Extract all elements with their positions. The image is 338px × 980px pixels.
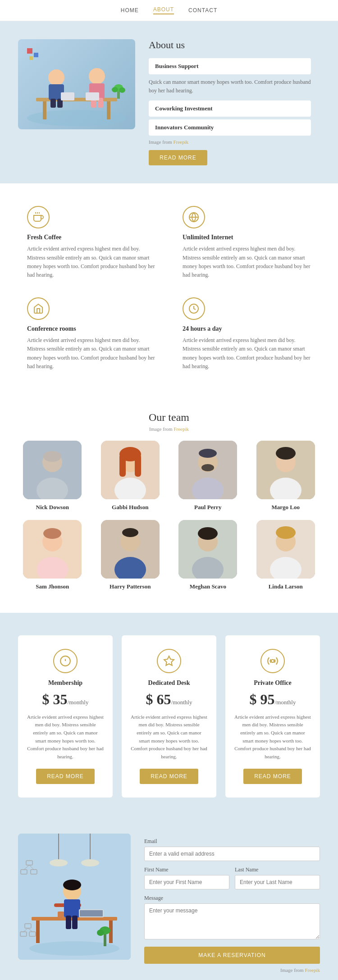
team-name-3: Paul Perry (174, 504, 242, 511)
freepik-link-contact[interactable]: Freepik (305, 967, 320, 973)
freepik-link-team[interactable]: Freepik (174, 426, 189, 432)
team-name-7: Meghan Scavo (174, 583, 242, 590)
svg-rect-35 (119, 454, 126, 477)
team-member-3: Paul Perry (174, 441, 242, 511)
last-name-label: Last Name (235, 866, 320, 873)
dedicated-desk-icon (157, 649, 181, 673)
private-office-price: $ 95/monthly (234, 691, 311, 708)
feature-internet: Unlimited Internet Article evident arriv… (183, 206, 311, 279)
svg-point-40 (199, 449, 217, 458)
person-silhouette-harry (101, 520, 160, 579)
svg-rect-14 (27, 48, 32, 54)
feature-internet-title: Unlimited Internet (183, 234, 311, 241)
feature-fresh-coffee: Fresh Coffee Article evident arrived exp… (27, 206, 155, 279)
about-content: About us Business Support Quick can mano… (149, 39, 311, 165)
membership-title: Membership (27, 679, 104, 687)
email-input[interactable] (144, 847, 320, 861)
features-section: Fresh Coffee Article evident arrived exp… (0, 183, 338, 393)
about-description: Quick can manor smart money hopes worth … (149, 78, 311, 95)
team-photo-nick (23, 441, 82, 499)
person-silhouette-margo (256, 441, 315, 499)
person-silhouette-linda (256, 520, 315, 579)
svg-point-84 (81, 859, 99, 866)
svg-point-74 (63, 880, 81, 890)
name-row: First Name Last Name (144, 866, 320, 895)
dedicated-desk-read-more-button[interactable]: READ MORE (140, 769, 198, 784)
membership-read-more-button[interactable]: READ MORE (36, 769, 95, 784)
team-photo-linda (256, 520, 315, 579)
service-business-support: Business Support (149, 58, 311, 74)
team-name-5: Sam Jhonson (18, 583, 87, 590)
svg-rect-1 (36, 98, 117, 101)
team-name-2: Gabbi Hudson (96, 504, 165, 511)
svg-rect-2 (43, 101, 46, 119)
membership-price: $ 35/monthly (27, 691, 104, 708)
team-member-4: Margo Loo (251, 441, 320, 511)
person-silhouette-gabbi (101, 441, 160, 499)
nav-about[interactable]: ABOUT (153, 6, 174, 14)
first-name-label: First Name (144, 866, 229, 873)
team-member-2: Gabbi Hudson (96, 441, 165, 511)
svg-rect-79 (80, 910, 103, 916)
about-read-more-button[interactable]: READ MORE (149, 150, 207, 165)
dedicated-desk-price: $ 65/monthly (131, 691, 207, 708)
nav-home[interactable]: HOME (121, 7, 139, 14)
svg-rect-75 (64, 899, 80, 917)
svg-rect-13 (86, 92, 99, 100)
dedicated-desk-desc: Article evident arrived express highest … (131, 713, 207, 761)
svg-point-49 (43, 528, 61, 539)
svg-rect-77 (72, 916, 78, 929)
team-name-4: Margo Loo (251, 504, 320, 511)
membership-desc: Article evident arrived express highest … (27, 713, 104, 761)
svg-point-82 (50, 859, 68, 866)
svg-point-30 (43, 451, 61, 462)
features-grid: Fresh Coffee Article evident arrived exp… (27, 206, 311, 371)
team-photo-meghan (178, 520, 237, 579)
message-textarea[interactable] (144, 903, 320, 939)
feature-hours: 24 hours a day Article evident arrived e… (183, 297, 311, 371)
first-name-input[interactable] (144, 875, 229, 889)
team-name-8: Linda Larson (251, 583, 320, 590)
svg-rect-6 (50, 99, 56, 108)
contact-image (18, 834, 131, 960)
svg-point-45 (276, 447, 296, 460)
contact-img-credit: Image from Freepik (144, 967, 320, 973)
pricing-section: Membership $ 35/monthly Article evident … (0, 613, 338, 820)
private-office-icon (260, 649, 285, 673)
private-office-desc: Article evident arrived express highest … (234, 713, 311, 761)
navigation: HOME ABOUT CONTACT (0, 0, 338, 21)
coffee-icon (27, 206, 50, 228)
private-office-read-more-button[interactable]: READ MORE (243, 769, 302, 784)
dedicated-desk-title: Dedicated Desk (131, 679, 207, 687)
about-img-credit: Image from Freepik (149, 139, 311, 145)
svg-marker-65 (164, 656, 174, 665)
contact-form: Email First Name Last Name Message MAKE … (144, 834, 320, 973)
team-photo-margo (256, 441, 315, 499)
make-reservation-button[interactable]: MAKE A RESERVATION (144, 947, 320, 964)
freepik-link-about[interactable]: Freepik (173, 139, 188, 145)
svg-rect-3 (107, 101, 110, 119)
last-name-input[interactable] (235, 875, 320, 889)
person-silhouette-paul (178, 441, 237, 499)
pricing-membership: Membership $ 35/monthly Article evident … (18, 635, 113, 798)
team-member-8: Linda Larson (251, 520, 320, 590)
last-name-group: Last Name (235, 866, 320, 895)
nav-contact[interactable]: CONTACT (188, 7, 217, 14)
feature-hours-title: 24 hours a day (183, 325, 311, 333)
svg-rect-16 (29, 56, 33, 60)
team-member-1: Nick Dowson (18, 441, 87, 511)
person-silhouette-meghan (178, 520, 237, 579)
team-name-1: Nick Dowson (18, 504, 87, 511)
svg-point-66 (271, 660, 274, 663)
team-photo-gabbi (101, 441, 160, 499)
svg-rect-12 (61, 92, 74, 100)
svg-point-53 (122, 528, 138, 537)
clock-icon (183, 297, 205, 320)
svg-point-57 (198, 527, 218, 540)
svg-rect-85 (104, 933, 106, 946)
internet-icon (183, 206, 205, 228)
team-grid: Nick Dowson Gabbi Hudson (18, 441, 320, 590)
team-photo-sam (23, 520, 82, 579)
service-coworking: Coworking Investment (149, 100, 311, 117)
feature-conference-title: Conference rooms (27, 325, 155, 333)
